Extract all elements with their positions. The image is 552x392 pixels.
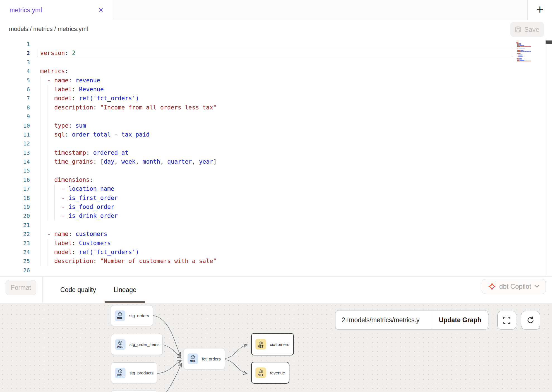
scrollbar-thumb[interactable] <box>546 40 552 44</box>
minimap-line <box>519 45 524 46</box>
code-line[interactable]: 12 <box>0 139 513 148</box>
code-line[interactable]: 4metrics: <box>0 67 513 76</box>
code-line[interactable]: 16 dimensions: <box>0 175 513 184</box>
code-line[interactable]: 11 sql: order_total - tax_paid <box>0 130 513 139</box>
lineage-node-fct-orders[interactable]: MDL fct_orders <box>184 348 225 369</box>
node-label: stg_order_items <box>129 342 160 347</box>
save-button[interactable]: Save <box>510 22 544 37</box>
toolbar-divider <box>42 277 43 303</box>
save-label: Save <box>524 26 539 34</box>
code-line[interactable]: 1 <box>0 40 513 49</box>
node-label: fct_orders <box>202 357 221 361</box>
code-text: version: 2 <box>40 50 75 56</box>
breadcrumb[interactable]: models / metrics / metrics.yml <box>9 26 88 33</box>
node-label: stg_orders <box>129 313 149 318</box>
tab-metrics-yml[interactable]: metrics.yml ✕ <box>0 0 112 20</box>
line-number: 22 <box>0 231 30 237</box>
code-editor[interactable]: 12version: 234metrics:5 - name: revenue6… <box>0 39 552 276</box>
code-text: - location_name <box>40 185 114 192</box>
line-number: 12 <box>0 140 30 147</box>
minimap-line <box>519 58 519 59</box>
close-icon[interactable]: ✕ <box>98 7 104 13</box>
code-line[interactable]: 7 model: ref('fct_orders') <box>0 94 513 103</box>
minimap-line <box>519 54 522 54</box>
code-line[interactable]: 23 label: Customers <box>0 238 513 247</box>
dbt-copilot-button[interactable]: dbt Copilot <box>482 279 546 294</box>
minimap-line <box>519 41 519 41</box>
tab-code-quality[interactable]: Code quality <box>56 277 100 303</box>
minimap-line <box>517 60 519 60</box>
update-graph-button[interactable]: Update Graph <box>432 310 488 329</box>
bar-chart-icon <box>258 340 263 345</box>
minimap-line <box>519 59 519 59</box>
minimap-line <box>517 43 518 44</box>
minimap-line <box>527 51 529 52</box>
badge-label: MDL <box>117 317 123 320</box>
lineage-node-stg-products[interactable]: MDL stg_products <box>111 362 157 383</box>
code-text: - is_food_order <box>40 204 114 210</box>
line-number: 20 <box>0 212 30 219</box>
code-line[interactable]: 13 timestamp: ordered_at <box>0 148 513 157</box>
minimap-line <box>517 44 519 45</box>
scrollbar-track[interactable] <box>545 39 552 276</box>
new-tab-button[interactable]: + <box>527 0 552 20</box>
code-line[interactable]: 14 time_grains: [day, week, month, quart… <box>0 157 513 166</box>
minimap-line <box>519 60 519 60</box>
badge-label: MET <box>258 345 264 348</box>
code-text: description: "Number of customers with a… <box>40 258 217 264</box>
lineage-node-revenue[interactable]: MET revenue <box>251 362 289 384</box>
code-text: - name: customers <box>40 231 107 237</box>
code-line[interactable]: 5 - name: revenue <box>0 76 513 85</box>
format-button[interactable]: Format <box>6 280 36 295</box>
code-text: label: Revenue <box>40 86 104 93</box>
bottom-toolbar: Format Code quality Lineage dbt Copilot <box>0 276 552 303</box>
code-line[interactable]: 9 <box>0 112 513 121</box>
code-line[interactable]: 26 <box>0 266 513 275</box>
model-badge: MDL <box>188 353 198 364</box>
minimap-line <box>519 55 523 55</box>
code-line[interactable]: 21 <box>0 221 513 230</box>
minimap-line <box>517 59 519 59</box>
minimap-line <box>519 44 519 45</box>
minimap-line <box>525 51 526 52</box>
minimap-line <box>516 41 518 41</box>
minimap-line <box>517 51 520 52</box>
lineage-node-customers[interactable]: MET customers <box>251 333 294 355</box>
code-quality-label: Code quality <box>60 286 96 294</box>
code-text: model: ref('fct_orders') <box>40 95 139 102</box>
code-line[interactable]: 3 <box>0 58 513 67</box>
fullscreen-icon <box>503 316 511 324</box>
code-line[interactable]: 2version: 2 <box>0 49 513 58</box>
lineage-canvas[interactable]: MDL stg_orders MDL stg_order_items MDL s… <box>0 303 552 392</box>
line-number: 24 <box>0 249 30 255</box>
line-number: 6 <box>0 86 30 93</box>
code-line[interactable]: 8 description: "Income from all orders l… <box>0 103 513 112</box>
code-line[interactable]: 20 - is_drink_order <box>0 211 513 220</box>
code-line[interactable]: 19 - is_food_order <box>0 202 513 211</box>
tab-bar: metrics.yml ✕ + <box>0 0 552 20</box>
fullscreen-button[interactable] <box>497 311 516 330</box>
tab-lineage[interactable]: Lineage <box>111 277 139 303</box>
lineage-node-stg-orders[interactable]: MDL stg_orders <box>111 305 153 326</box>
code-line[interactable]: 6 label: Revenue <box>0 85 513 94</box>
lineage-node-stg-order-items[interactable]: MDL stg_order_items <box>111 334 163 355</box>
code-line[interactable]: 25 description: "Number of customers wit… <box>0 257 513 266</box>
code-text: - name: revenue <box>40 77 100 84</box>
minimap[interactable] <box>515 39 545 276</box>
minimap-line <box>517 46 520 47</box>
lineage-selector-input[interactable]: 2+models/metrics/metrics.y <box>335 310 432 329</box>
minimap-line <box>523 49 525 49</box>
cube-icon <box>118 312 122 316</box>
code-line[interactable]: 22 - name: customers <box>0 230 513 238</box>
refresh-button[interactable] <box>521 311 540 330</box>
code-line[interactable]: 15 <box>0 166 513 175</box>
line-number: 16 <box>0 176 30 183</box>
line-number: 7 <box>0 95 30 102</box>
code-line[interactable]: 18 - is_first_order <box>0 193 513 202</box>
code-line[interactable]: 24 model: ref('fct_orders') <box>0 248 513 257</box>
minimap-line <box>519 49 522 49</box>
line-number: 19 <box>0 204 30 210</box>
code-line[interactable]: 17 - location_name <box>0 184 513 193</box>
code-line[interactable]: 10 type: sum <box>0 121 513 130</box>
lineage-node-partial[interactable] <box>111 391 158 392</box>
